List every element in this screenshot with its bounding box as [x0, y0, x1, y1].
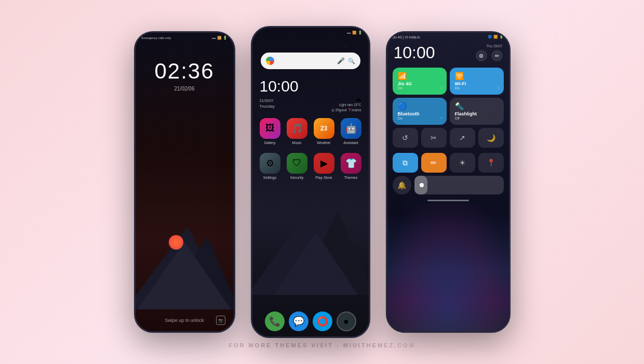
mountain-scene: [136, 97, 234, 309]
flash-cc-icon: 🔦: [455, 102, 499, 110]
cc-settings-btn[interactable]: ⚙: [476, 50, 487, 61]
cc-time: 10:00: [394, 43, 435, 62]
bt-sub: On: [398, 116, 441, 120]
app-playstore[interactable]: ▶ Play Store: [313, 153, 336, 179]
gallery-label: Gallery: [264, 141, 275, 145]
app-weather[interactable]: 23 Weather: [313, 118, 336, 145]
cc-tile-brightness[interactable]: ☀: [450, 153, 475, 173]
wifi-title: Wi-Fi: [455, 81, 499, 86]
lockscreen-bg: Emergency calls only ▪▪▪ 📶 🔋 02:36 21/02…: [136, 33, 234, 331]
weather-label: Weather: [317, 141, 330, 145]
jio-sub: On: [398, 86, 441, 90]
sun-orb: [169, 235, 183, 250]
wifi-cc-icon: 🛜: [455, 72, 499, 80]
dock-camera[interactable]: ●: [337, 311, 356, 331]
home-weather: ☁ Light rain 23°C ◎ 35good 📍Indore: [331, 95, 361, 113]
bt-arrow: ›: [441, 115, 442, 121]
wifi-arrow: ›: [498, 85, 500, 90]
hm-mountain-center: [275, 232, 358, 295]
brightness-dot: [420, 183, 424, 187]
brightness-icon[interactable]: 🔔: [393, 176, 411, 194]
dock-phone[interactable]: 📞: [265, 311, 285, 331]
cc-tile-screenshot[interactable]: ⧉: [393, 153, 418, 173]
cc-tile-scissors[interactable]: ✂: [421, 128, 447, 148]
assistant-label: Assistant: [343, 141, 358, 145]
jio-title: Jio 4G: [398, 81, 441, 86]
themes-label: Themes: [344, 176, 357, 179]
security-label: Security: [290, 176, 303, 179]
cc-tile-flashlight[interactable]: 🔦 Flashlight Off: [450, 98, 504, 125]
cc-tile-rotate[interactable]: ↺: [393, 128, 418, 148]
camera-symbol: 📷: [218, 318, 223, 323]
home-date: 21/29/07 Thursday: [260, 98, 275, 109]
music-icon: 🎵: [287, 118, 307, 139]
phone-homescreen: ▪▪▪ 🛜 🔋 🎤 🔍 10:00 21/29/07 Thursday: [251, 26, 370, 338]
cc-time-row: 10:00 Thu 29/07 ⚙ ✏: [387, 41, 509, 66]
phone-control-center: Jio 4G | VI India-Ic 🔵 🛜 🔋 10:00 Thu 29/…: [386, 31, 511, 333]
home-mountain-scene: [252, 180, 369, 295]
app-themes[interactable]: 👕 Themes: [340, 153, 363, 179]
cc-time-right: Thu 29/07 ⚙ ✏: [476, 44, 503, 61]
security-icon: 🛡: [287, 153, 307, 174]
cc-status-bar: Jio 4G | VI India-Ic 🔵 🛜 🔋: [387, 33, 509, 41]
signal-icon: ▪▪▪: [212, 36, 216, 40]
home-clock-row: 10:00 21/29/07 Thursday ☁ Light rain 23°…: [252, 73, 369, 114]
app-assistant[interactable]: 🤖 Assistant: [340, 118, 363, 145]
app-settings[interactable]: ⚙ Settings: [259, 153, 281, 179]
cc-tile-edit[interactable]: ✏: [421, 153, 447, 173]
lock-date: 21/02/06: [136, 86, 234, 92]
lockscreen-status-bar: Emergency calls only ▪▪▪ 📶 🔋: [136, 33, 234, 43]
gallery-icon: 🖼: [260, 118, 280, 139]
brightness-slider[interactable]: [414, 176, 504, 194]
battery-icon: 🔋: [223, 36, 227, 40]
jio-icon: 📶: [398, 72, 441, 80]
flash-sub: Off: [455, 116, 499, 120]
home-weather-text: Light rain 23°C ◎ 35good 📍Indore: [331, 102, 361, 113]
cc-tile-wifi[interactable]: 🛜 Wi-Fi On ›: [450, 68, 504, 95]
cc-tile-bluetooth[interactable]: 🔵 Bluetooth On ›: [393, 98, 447, 125]
app-security[interactable]: 🛡 Security: [286, 153, 308, 179]
cc-status-carrier: Jio 4G | VI India-Ic: [393, 35, 420, 39]
homescreen-bg: ▪▪▪ 🛜 🔋 🎤 🔍 10:00 21/29/07 Thursday: [252, 28, 369, 336]
cc-battery-icon: 🔋: [499, 35, 504, 39]
camera-icon[interactable]: 📷: [216, 316, 225, 325]
lens-icon: 🔍: [348, 58, 355, 64]
wifi-sub: On: [455, 86, 499, 90]
cc-tile-moon[interactable]: 🌙: [478, 128, 504, 148]
playstore-icon: ▶: [314, 153, 334, 174]
cc-bt-icon: 🔵: [488, 35, 492, 39]
cc-tile-location[interactable]: 📍: [478, 153, 504, 173]
cc-status-icons: 🔵 🛜 🔋: [488, 35, 504, 39]
home-date-weather: 21/29/07 Thursday ☁ Light rain 23°C ◎ 35…: [260, 95, 361, 113]
search-bar[interactable]: 🎤 🔍: [261, 53, 360, 69]
control-center-bg: Jio 4G | VI India-Ic 🔵 🛜 🔋 10:00 Thu 29/…: [387, 33, 509, 331]
dock-messages[interactable]: 💬: [289, 311, 308, 331]
phones-container: Emergency calls only ▪▪▪ 📶 🔋 02:36 21/02…: [134, 26, 511, 338]
home-date-line1: 21/29/07: [260, 98, 275, 104]
cc-small-tiles-row1: ↺ ✂ ↗ 🌙: [387, 127, 509, 149]
bt-cc-icon: 🔵: [398, 102, 441, 110]
cc-small-tiles-row2: ⧉ ✏ ☀ 📍: [387, 152, 509, 174]
dock-browser[interactable]: ⭕: [313, 311, 332, 331]
cc-glow-bottom: [387, 203, 509, 331]
bt-title: Bluetooth: [398, 111, 441, 116]
music-label: Music: [292, 141, 301, 145]
settings-label: Settings: [263, 176, 276, 179]
apps-grid-row1: 🖼 Gallery 🎵 Music 23 Weather 🤖 Assistant: [252, 114, 369, 149]
status-icons-right: ▪▪▪ 📶 🔋: [212, 36, 227, 40]
home-date-line2: Thursday: [260, 104, 275, 110]
cc-date: Thu 29/07: [486, 44, 503, 48]
cc-tile-cast[interactable]: ↗: [450, 128, 475, 148]
dock-area: 📞 💬 ⭕ ●: [252, 308, 369, 336]
cc-tile-jio[interactable]: 📶 Jio 4G On ›: [393, 68, 447, 95]
cc-ctrl-icons: ⚙ ✏: [476, 50, 503, 61]
flash-title: Flashlight: [455, 111, 499, 116]
app-music[interactable]: 🎵 Music: [286, 118, 308, 145]
lock-time: 02:36: [136, 59, 234, 84]
cc-edit-btn[interactable]: ✏: [491, 50, 503, 61]
themes-icon: 👕: [341, 153, 361, 174]
phone-lockscreen: Emergency calls only ▪▪▪ 📶 🔋 02:36 21/02…: [134, 31, 235, 333]
home-indicator: [427, 200, 469, 201]
cc-wifi-icon: 🛜: [493, 35, 498, 39]
app-gallery[interactable]: 🖼 Gallery: [259, 118, 281, 145]
